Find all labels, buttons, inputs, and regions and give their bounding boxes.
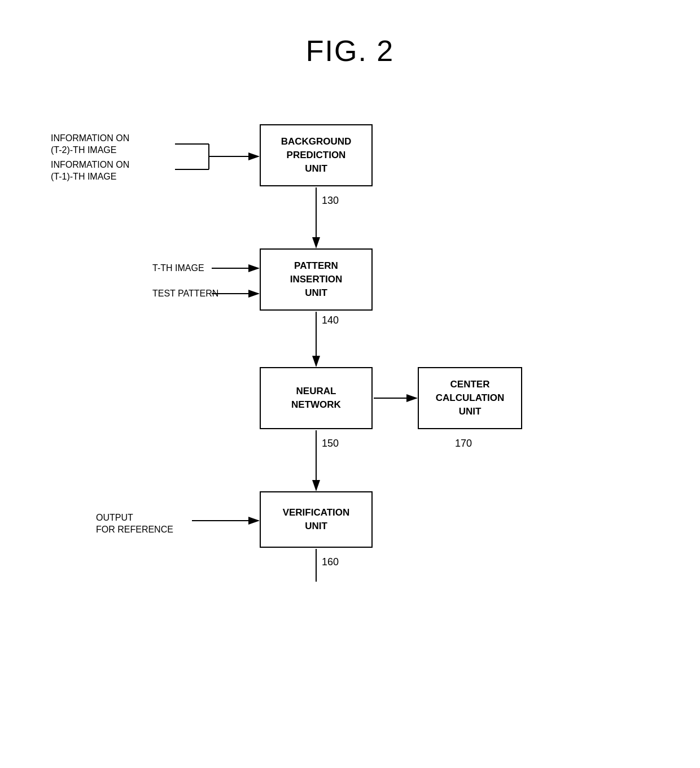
- center-calculation-box: CENTERCALCULATIONUNIT: [418, 367, 522, 429]
- label-170: 170: [455, 438, 472, 450]
- label-150: 150: [322, 438, 339, 450]
- background-prediction-box: BACKGROUNDPREDICTIONUNIT: [260, 124, 373, 186]
- label-info-t2: INFORMATION ON(T-2)-TH IMAGE: [51, 133, 129, 156]
- label-test-pattern: TEST PATTERN: [152, 288, 218, 300]
- label-t-th-image: T-TH IMAGE: [152, 263, 204, 274]
- label-140: 140: [322, 315, 339, 326]
- label-160: 160: [322, 556, 339, 568]
- neural-network-box: NEURALNETWORK: [260, 367, 373, 429]
- label-130: 130: [322, 195, 339, 207]
- verification-unit-box: VERIFICATIONUNIT: [260, 491, 373, 548]
- page-title: FIG. 2: [0, 0, 700, 79]
- pattern-insertion-box: PATTERNINSERTIONUNIT: [260, 248, 373, 311]
- label-info-t1: INFORMATION ON(T-1)-TH IMAGE: [51, 159, 129, 183]
- label-output-reference: OUTPUTFOR REFERENCE: [96, 512, 173, 536]
